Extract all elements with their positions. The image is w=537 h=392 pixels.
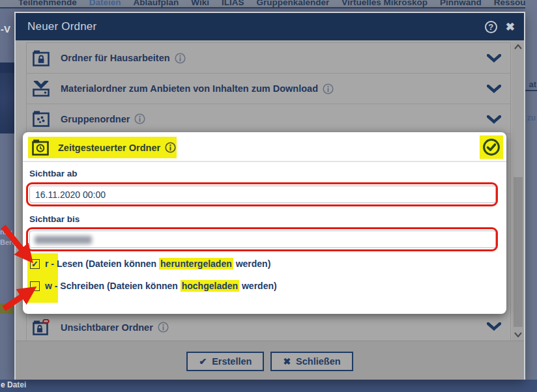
scroll-up-icon[interactable] [514,44,522,51]
permission-read-row: ✓ r - Lesen (Dateien können heruntergela… [30,257,270,270]
redacted-value-blur [35,236,92,244]
folder-group-icon [33,111,50,127]
nav-item-pinnwand[interactable]: Pinnwand [440,0,482,7]
folder-download-icon [33,81,50,97]
folder-type-panel-zeitgesteuert: Zeitgesteuerter Ordner Sichtbar ab Sicht… [23,132,506,314]
info-icon[interactable] [323,83,334,94]
folder-type-row-unsichtbar[interactable]: Unsichtbarer Ordner [27,313,510,341]
folder-clock-icon [32,139,49,156]
selected-check-icon [480,135,503,159]
nav-item-gruppenkalender[interactable]: Gruppenkalender [256,0,329,7]
sichtbar-ab-input[interactable] [29,186,496,203]
page-text-fragment: e Datei [1,380,26,389]
help-icon[interactable]: ? [485,21,497,33]
page-divider [525,90,537,91]
course-nav-bar: Teilnehmende Dateien Ablaufplan Wiki ILI… [0,0,537,8]
info-icon[interactable] [175,53,186,64]
nav-item-ablaufplan[interactable]: Ablaufplan [134,0,179,7]
folder-type-label: Ordner für Hausarbeiten [61,53,170,63]
panel-header[interactable]: Zeitgesteuerter Ordner [23,132,506,162]
dialog-title: Neuer Ordner [27,20,96,33]
create-button[interactable]: ✔ Erstellen [186,352,264,371]
dialog-header: Neuer Ordner ? ✖ [16,13,524,40]
nav-item-dateien[interactable]: Dateien [89,0,121,7]
folder-type-label: Unsichtbarer Ordner [61,322,153,333]
dialog-scrollbar[interactable] [512,42,524,341]
page-bottom-strip: e Datei [0,380,537,392]
folder-type-row-hausarbeiten[interactable]: Ordner für Hausarbeiten [27,43,510,74]
scroll-down-icon[interactable] [514,332,522,339]
nav-item-ilias[interactable]: ILIAS [222,0,244,7]
dialog-footer: ✔ Erstellen ✖ Schließen [16,341,524,380]
red-arrow-write [4,295,24,309]
info-icon[interactable] [158,322,169,333]
write-checkbox-label: w - Schreiben (Dateien können hochgelade… [45,281,277,291]
page-text-fragment: zu [527,113,536,122]
check-icon: ✔ [199,356,207,367]
page-decor-band [0,63,14,73]
info-icon[interactable] [134,113,145,124]
sichtbar-ab-label: Sichtbar ab [29,169,78,178]
folder-type-label: Zeitgesteuerter Ordner [58,143,160,153]
info-icon[interactable] [165,142,176,153]
page-image-fragment [0,73,14,133]
folder-invisible-icon [33,319,50,335]
sichtbar-bis-input[interactable] [29,231,496,248]
chevron-down-icon [487,54,501,63]
read-checkbox-label: r - Lesen (Dateien können heruntergelade… [45,259,270,269]
chevron-down-icon [487,115,501,124]
close-button[interactable]: ✖ Schließen [270,352,353,371]
chevron-down-icon [487,322,501,331]
page-right-strip: at zu [525,0,537,392]
chevron-down-icon [487,85,501,93]
page-text-fragment: -V [1,23,10,35]
highlighted-word: heruntergeladen [159,258,233,270]
red-arrow-read [3,227,23,251]
nav-item-wiki[interactable]: Wiki [191,0,209,7]
sichtbar-bis-annotation [26,227,498,251]
folder-type-label: Materialordner zum Anbieten von Inhalten… [61,83,318,94]
highlighted-title: Zeitgesteuerter Ordner [28,137,177,158]
folder-lock-icon [33,50,50,66]
scrollbar-thumb[interactable] [514,177,523,327]
folder-type-row-materialordner[interactable]: Materialordner zum Anbieten von Inhalten… [27,74,510,104]
folder-type-row-gruppenordner[interactable]: Gruppenordner [27,104,510,134]
sichtbar-ab-annotation [26,182,498,206]
x-icon: ✖ [283,356,291,367]
annotation-arrows [0,221,40,316]
permission-write-row: w - Schreiben (Dateien können hochgelade… [30,279,277,292]
highlighted-word: hochgeladen [181,280,239,292]
page-text-fragment: at [529,79,536,89]
nav-item-virtuelles-mikroskop[interactable]: Virtuelles Mikroskop [341,0,428,7]
close-icon[interactable]: ✖ [506,21,515,33]
nav-item-teilnehmende[interactable]: Teilnehmende [18,0,77,7]
screen: Teilnehmende Dateien Ablaufplan Wiki ILI… [0,0,537,392]
folder-type-label: Gruppenordner [61,114,130,124]
